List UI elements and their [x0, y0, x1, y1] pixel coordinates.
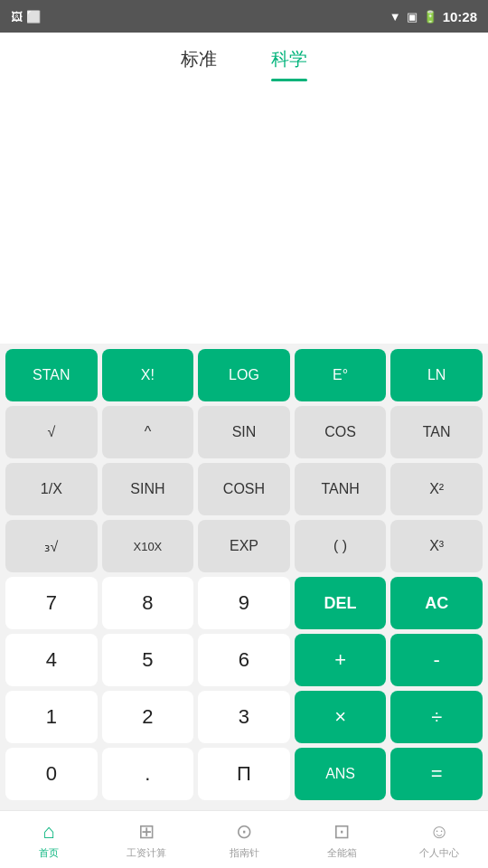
key-0[interactable]: 0: [5, 748, 98, 800]
key-row-1: STAN X! LOG E° LN: [5, 349, 483, 401]
tab-science[interactable]: 科学: [271, 47, 307, 79]
nav-salary[interactable]: ⊞ 工资计算: [98, 820, 195, 860]
nav-home[interactable]: ⌂ 首页: [0, 820, 98, 860]
key-parens[interactable]: ( ): [295, 520, 387, 572]
key-ac[interactable]: AC: [390, 577, 483, 629]
key-cos[interactable]: COS: [295, 406, 387, 458]
key-x10x[interactable]: X10X: [102, 520, 194, 572]
key-multiply[interactable]: ×: [295, 691, 387, 743]
key-ans[interactable]: ANS: [295, 748, 387, 800]
bottom-nav: ⌂ 首页 ⊞ 工资计算 ⊙ 指南针 ⊡ 全能箱 ☺ 个人中心: [0, 810, 488, 868]
photo-icon: 🖼: [11, 10, 23, 24]
key-6[interactable]: 6: [198, 634, 290, 686]
display-area: [0, 79, 488, 259]
tab-standard[interactable]: 标准: [181, 47, 217, 79]
nav-toolbox[interactable]: ⊡ 全能箱: [293, 820, 390, 860]
tab-bar: 标准 科学: [0, 33, 488, 79]
nav-home-label: 首页: [39, 846, 59, 860]
battery-icon: 🔋: [423, 10, 437, 24]
key-del[interactable]: DEL: [295, 577, 387, 629]
signal-icon: ▼: [389, 10, 401, 24]
key-7[interactable]: 7: [5, 577, 98, 629]
square-icon: ⬜: [26, 10, 41, 24]
key-minus[interactable]: -: [390, 634, 483, 686]
key-4[interactable]: 4: [5, 634, 98, 686]
key-equals[interactable]: =: [390, 748, 483, 800]
key-row-8: 0 . Π ANS =: [5, 748, 483, 800]
profile-icon: ☺: [429, 820, 449, 844]
key-e-degrees[interactable]: E°: [295, 349, 387, 401]
nav-profile-label: 个人中心: [419, 846, 459, 860]
key-cbrt[interactable]: ₃√: [5, 520, 98, 572]
key-stan[interactable]: STAN: [5, 349, 98, 401]
key-dot[interactable]: .: [102, 748, 194, 800]
home-icon: ⌂: [42, 820, 54, 844]
key-plus[interactable]: +: [295, 634, 387, 686]
nav-toolbox-label: 全能箱: [327, 846, 357, 860]
key-factorial[interactable]: X!: [102, 349, 194, 401]
key-pi[interactable]: Π: [198, 748, 290, 800]
key-9[interactable]: 9: [198, 577, 290, 629]
key-square[interactable]: X²: [390, 463, 483, 515]
key-8[interactable]: 8: [102, 577, 194, 629]
key-cube[interactable]: X³: [390, 520, 483, 572]
key-sqrt[interactable]: √: [5, 406, 98, 458]
key-power[interactable]: ^: [102, 406, 194, 458]
nav-compass-label: 指南针: [230, 846, 259, 860]
key-sinh[interactable]: SINH: [102, 463, 194, 515]
key-sin[interactable]: SIN: [198, 406, 290, 458]
status-time: 10:28: [443, 9, 477, 24]
key-row-6: 4 5 6 + -: [5, 634, 483, 686]
key-exp[interactable]: EXP: [198, 520, 290, 572]
status-bar: 🖼 ⬜ ▼ ▣ 🔋 10:28: [0, 0, 488, 33]
compass-icon: ⊙: [236, 820, 252, 844]
nav-profile[interactable]: ☺ 个人中心: [390, 820, 488, 860]
key-tan[interactable]: TAN: [390, 406, 483, 458]
nav-compass[interactable]: ⊙ 指南针: [195, 820, 293, 860]
keyboard: STAN X! LOG E° LN √ ^ SIN COS TAN 1/X SI…: [0, 344, 488, 810]
key-3[interactable]: 3: [198, 691, 290, 743]
key-log[interactable]: LOG: [198, 349, 290, 401]
nav-salary-label: 工资计算: [127, 846, 166, 860]
key-cosh[interactable]: COSH: [198, 463, 290, 515]
key-row-3: 1/X SINH COSH TANH X²: [5, 463, 483, 515]
toolbox-icon: ⊡: [333, 820, 350, 844]
key-row-5: 7 8 9 DEL AC: [5, 577, 483, 629]
key-2[interactable]: 2: [102, 691, 194, 743]
salary-icon: ⊞: [138, 820, 155, 844]
key-divide[interactable]: ÷: [390, 691, 483, 743]
key-ln[interactable]: LN: [390, 349, 483, 401]
key-tanh[interactable]: TANH: [295, 463, 387, 515]
key-row-2: √ ^ SIN COS TAN: [5, 406, 483, 458]
key-reciprocal[interactable]: 1/X: [5, 463, 98, 515]
key-5[interactable]: 5: [102, 634, 194, 686]
key-row-4: ₃√ X10X EXP ( ) X³: [5, 520, 483, 572]
network-icon: ▣: [407, 10, 418, 24]
key-1[interactable]: 1: [5, 691, 98, 743]
key-row-7: 1 2 3 × ÷: [5, 691, 483, 743]
